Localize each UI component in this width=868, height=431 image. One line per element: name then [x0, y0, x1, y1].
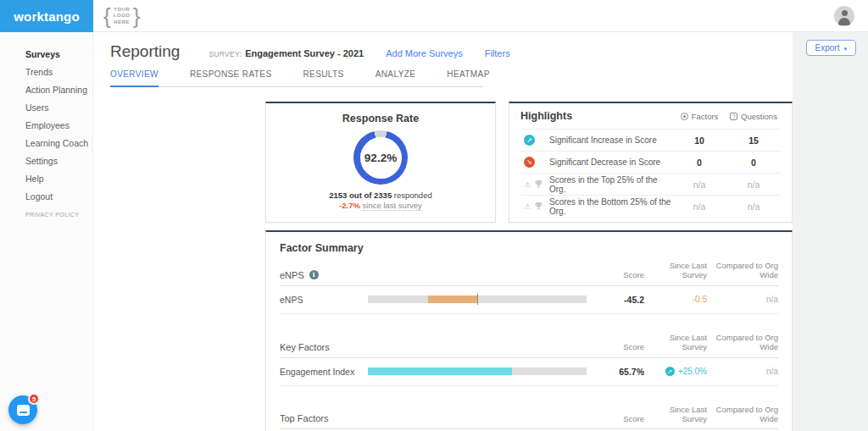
tab-analyze[interactable]: ANALYZE — [376, 69, 416, 86]
compared-to-org-wide-column-header: Compared to Org Wide — [714, 405, 778, 424]
response-rate-title: Response Rate — [266, 113, 495, 124]
factor-summary-card: Factor Summary eNPS i Score Since Last S… — [265, 230, 793, 431]
enps-row: eNPS -45.2 -0.5 n/a — [280, 286, 778, 314]
tab-overview[interactable]: OVERVIEW — [110, 69, 159, 87]
group-label: eNPS — [280, 270, 304, 280]
worktango-logo: worktango — [0, 0, 93, 32]
survey-label: SURVEY: — [209, 50, 242, 58]
page-title: Reporting — [110, 42, 180, 61]
responded-text: responded — [392, 191, 432, 200]
tab-heatmap[interactable]: HEATMAP — [447, 69, 489, 86]
survey-name: Engagement Survey - 2021 — [245, 48, 364, 58]
brace-left-icon: { — [103, 5, 111, 27]
enps-group-name: eNPS i — [280, 270, 595, 280]
client-logo-text: YOUR LOGO HERE — [111, 7, 133, 26]
user-avatar[interactable] — [834, 6, 854, 26]
target-icon — [681, 113, 688, 120]
factors-value: n/a — [672, 180, 726, 190]
sidebar-item-surveys[interactable]: Surveys — [0, 46, 92, 64]
factors-value: 10 — [672, 135, 726, 146]
response-rate-value: 92.2% — [360, 137, 402, 179]
compared-to-org-wide-column-header: Compared to Org Wide — [714, 261, 778, 280]
response-rate-detail: 2153 out of 2335 responded — [266, 191, 495, 200]
since-value-text: +25.0% — [678, 367, 707, 376]
responded-count: 2153 out of 2335 — [329, 191, 392, 200]
highlight-label: Scores in the Top 25% of the Org. — [549, 175, 672, 194]
warning-icon: ⚠ — [524, 180, 531, 189]
sidebar: Surveys Trends Action Planning Users Emp… — [0, 32, 93, 431]
compared-value: n/a — [714, 295, 778, 304]
questions-value: 15 — [726, 135, 781, 146]
since-last-survey-column-header: Since Last Survey — [651, 405, 707, 424]
highlight-label: Significant Decrease in Score — [549, 157, 672, 167]
report-tabs: OVERVIEW RESPONSE RATES RESULTS ANALYZE … — [110, 69, 483, 87]
score-column-header: Score — [595, 270, 644, 279]
client-logo-placeholder: { YOUR LOGO HERE } — [103, 3, 140, 29]
sidebar-item-learning-coach[interactable]: Learning Coach — [0, 135, 92, 152]
export-label: Export — [815, 43, 840, 52]
sidebar-item-logout[interactable]: Logout — [0, 188, 92, 206]
highlight-row-decrease: ➘ Significant Decrease in Score 0 0 — [520, 151, 781, 173]
highlight-row-increase: ➚ Significant Increase in Score 10 15 — [520, 129, 781, 151]
chevron-down-icon: ▾ — [843, 46, 847, 52]
highlight-label: Scores in the Bottom 25% of the Org. — [549, 197, 672, 216]
group-label: Key Factors — [280, 342, 595, 352]
key-factors-group-header: Key Factors Score Since Last Survey Comp… — [280, 333, 778, 358]
highlights-header: Highlights Factors ? Questions — [520, 103, 781, 129]
questions-value: n/a — [726, 202, 781, 212]
factors-column-header: Factors — [672, 112, 726, 121]
avatar-person-icon — [842, 10, 848, 16]
factors-label: Factors — [692, 112, 719, 121]
privacy-policy-link[interactable]: PRIVACY POLICY — [25, 212, 79, 218]
sidebar-item-trends[interactable]: Trends — [0, 64, 92, 81]
questions-column-header: ? Questions — [726, 112, 781, 121]
highlight-label: Significant Increase in Score — [549, 135, 672, 145]
since-last-survey-column-header: Since Last Survey — [651, 261, 707, 280]
enps-group-header: eNPS i Score Since Last Survey Compared … — [280, 261, 778, 286]
highlights-title: Highlights — [520, 110, 672, 122]
brace-right-icon: } — [133, 5, 141, 27]
highlights-card: Highlights Factors ? Questions ➚ Signifi… — [509, 102, 793, 223]
highlight-row-bottom25: ⚠ Scores in the Bottom 25% of the Org. n… — [520, 195, 781, 217]
decrease-arrow-icon: ➘ — [524, 157, 535, 168]
info-icon[interactable]: i — [309, 270, 319, 279]
add-more-surveys-link[interactable]: Add More Surveys — [386, 48, 462, 58]
chat-bubble-icon — [17, 405, 30, 416]
response-rate-card: Response Rate 92.2% 2153 out of 2335 res… — [265, 102, 496, 223]
factors-value: n/a — [672, 202, 726, 212]
filters-link[interactable]: Filters — [485, 48, 510, 58]
highlight-row-top25: ⚠ Scores in the Top 25% of the Org. n/a … — [520, 173, 781, 195]
change-label[interactable]: since last survey — [363, 201, 422, 211]
bar-center-tick — [477, 294, 478, 305]
tab-response-rates[interactable]: RESPONSE RATES — [190, 69, 272, 86]
compared-value: n/a — [714, 367, 778, 376]
questions-value: n/a — [726, 180, 781, 190]
since-last-survey-value: -0.5 — [651, 295, 707, 304]
engagement-index-bar-chart — [368, 367, 587, 375]
avatar-person-icon — [838, 18, 850, 25]
page-header: Reporting SURVEY: Engagement Survey - 20… — [110, 42, 510, 61]
main-content: Reporting SURVEY: Engagement Survey - 20… — [93, 32, 793, 431]
notification-badge: 5 — [28, 393, 40, 405]
group-label: Top Factors — [280, 413, 595, 423]
sidebar-item-action-planning[interactable]: Action Planning — [0, 81, 92, 99]
sidebar-item-settings[interactable]: Settings — [0, 152, 92, 170]
response-rate-change: -2.7% since last survey — [266, 201, 495, 210]
enps-bar-segment — [428, 296, 477, 303]
increase-arrow-icon: ➚ — [524, 135, 535, 146]
since-last-survey-value: ➚ +25.0% — [651, 367, 707, 376]
response-rate-donut-chart: 92.2% — [353, 130, 408, 185]
tab-results[interactable]: RESULTS — [303, 69, 343, 86]
increase-arrow-icon: ➚ — [665, 367, 675, 376]
sidebar-item-help[interactable]: Help — [0, 170, 92, 188]
top-bar: worktango { YOUR LOGO HERE } — [0, 0, 868, 32]
factor-summary-title: Factor Summary — [280, 242, 778, 254]
sidebar-item-employees[interactable]: Employees — [0, 117, 92, 135]
questions-value: 0 — [726, 157, 781, 168]
top-factors-group-header: Top Factors Score Since Last Survey Comp… — [280, 405, 778, 430]
engagement-index-row: Engagement Index 65.7% ➚ +25.0% n/a — [280, 358, 778, 386]
export-button[interactable]: Export▾ — [806, 40, 856, 56]
chat-launcher-button[interactable]: 5 — [8, 395, 37, 424]
questions-label: Questions — [741, 112, 777, 121]
sidebar-item-users[interactable]: Users — [0, 99, 92, 117]
